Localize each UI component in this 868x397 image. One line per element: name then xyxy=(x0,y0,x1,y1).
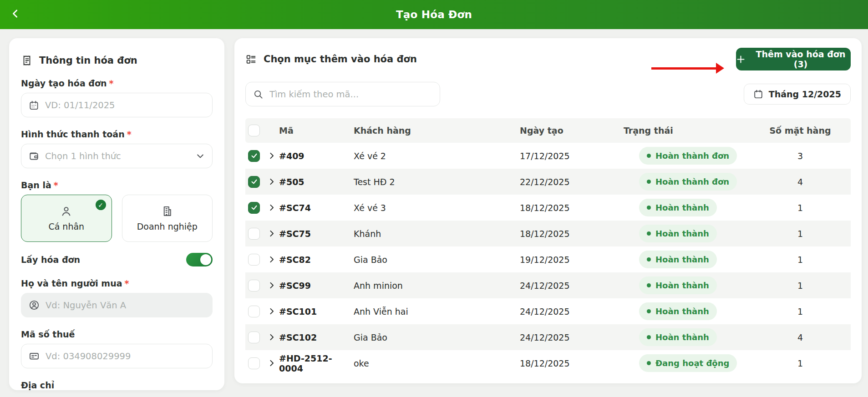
row-checkbox[interactable] xyxy=(248,357,260,369)
calendar-icon xyxy=(753,89,763,99)
invoice-info-panel: Thông tin hóa đơn Ngày tạo hóa đơn* Hình… xyxy=(9,38,224,390)
row-items-count: 1 xyxy=(749,358,851,368)
row-date: 24/12/2025 xyxy=(520,281,624,291)
table-row[interactable]: #SC102 Gia Bảo 24/12/2025 Hoàn thành 4 xyxy=(245,324,851,350)
status-badge-label: Hoàn thành đơn xyxy=(655,151,729,161)
add-to-invoice-button-label: Thêm vào hóa đơn (3) xyxy=(751,49,851,69)
chevron-right-icon xyxy=(268,230,275,237)
row-customer: Gia Bảo xyxy=(354,255,520,265)
invoice-date-input[interactable] xyxy=(45,100,205,111)
chevron-right-icon xyxy=(268,307,275,315)
row-date: 22/12/2025 xyxy=(520,177,624,187)
expand-row-button[interactable] xyxy=(264,281,279,289)
required-asterisk: * xyxy=(127,129,132,139)
status-badge: Hoàn thành xyxy=(639,276,717,294)
row-code: #505 xyxy=(279,177,354,187)
table-body: #409 Xé vé 2 17/12/2025 Hoàn thành đơn 3… xyxy=(245,143,851,376)
status-badge: Hoàn thành đơn xyxy=(639,173,737,191)
option-business[interactable]: ✓ Doanh nghiệp xyxy=(122,195,213,242)
calendar-icon xyxy=(29,100,39,111)
expand-row-button[interactable] xyxy=(264,307,279,315)
col-header-customer: Khách hàng xyxy=(354,126,520,136)
row-checkbox[interactable] xyxy=(248,202,260,214)
chevron-right-icon xyxy=(268,333,275,341)
status-badge: Hoàn thành xyxy=(639,328,717,346)
row-items-count: 1 xyxy=(749,281,851,291)
search-input[interactable] xyxy=(269,89,432,100)
payment-method-select[interactable]: Chọn 1 hình thức xyxy=(21,144,213,168)
tax-code-field-group: Mã số thuế* xyxy=(21,329,213,368)
status-badge: Hoàn thành xyxy=(639,199,717,216)
expand-row-button[interactable] xyxy=(264,152,279,160)
row-customer: Khánh xyxy=(354,229,520,239)
row-checkbox[interactable] xyxy=(248,280,260,291)
month-filter-button[interactable]: Tháng 12/2025 xyxy=(744,84,851,105)
table-row[interactable]: #SC99 Anh minion 24/12/2025 Hoàn thành 1 xyxy=(245,272,851,298)
row-date: 17/12/2025 xyxy=(520,151,624,161)
row-checkbox[interactable] xyxy=(248,254,260,266)
row-code: #SC82 xyxy=(279,255,354,265)
row-code: #SC101 xyxy=(279,307,354,317)
buyer-name-input-box[interactable] xyxy=(21,293,213,317)
table-row[interactable]: #409 Xé vé 2 17/12/2025 Hoàn thành đơn 3 xyxy=(245,143,851,169)
table-row[interactable]: #HD-2512-0004 oke 18/12/2025 Đang hoạt đ… xyxy=(245,350,851,376)
chevron-right-icon xyxy=(268,152,275,160)
status-badge-label: Hoàn thành xyxy=(655,255,709,264)
required-asterisk: * xyxy=(124,278,129,288)
chevron-down-icon xyxy=(196,151,205,161)
row-date: 24/12/2025 xyxy=(520,307,624,317)
row-code: #409 xyxy=(279,151,354,161)
wallet-icon xyxy=(29,151,39,161)
payment-method-field-group: Hình thức thanh toán* Chọn 1 hình thức xyxy=(21,129,213,168)
row-items-count: 1 xyxy=(749,229,851,239)
buyer-name-input[interactable] xyxy=(46,300,205,311)
back-button[interactable] xyxy=(7,6,24,23)
expand-row-button[interactable] xyxy=(264,256,279,263)
row-checkbox[interactable] xyxy=(248,150,260,162)
expand-row-button[interactable] xyxy=(264,230,279,237)
tax-code-input-box[interactable] xyxy=(21,344,213,368)
select-all-checkbox[interactable] xyxy=(248,125,260,136)
search-box[interactable] xyxy=(245,82,440,106)
row-date: 18/12/2025 xyxy=(520,229,624,239)
take-invoice-toggle[interactable] xyxy=(186,253,213,266)
status-badge: Hoàn thành xyxy=(639,302,717,320)
payment-method-label: Hình thức thanh toán xyxy=(21,129,125,139)
row-items-count: 1 xyxy=(749,203,851,213)
table-row[interactable]: #SC101 Anh Viễn hai 24/12/2025 Hoàn thàn… xyxy=(245,298,851,324)
row-checkbox[interactable] xyxy=(248,228,260,240)
row-date: 19/12/2025 xyxy=(520,255,624,265)
row-checkbox[interactable] xyxy=(248,332,260,343)
table-row[interactable]: #SC82 Gia Bảo 19/12/2025 Hoàn thành 1 xyxy=(245,246,851,272)
chevron-right-icon xyxy=(268,359,275,367)
id-card-icon xyxy=(29,351,40,362)
person-circle-icon xyxy=(29,300,40,311)
select-items-panel: Chọn mục thêm vào hóa đơn Thêm vào hóa đ… xyxy=(234,38,862,383)
status-badge: Hoàn thành xyxy=(639,225,717,242)
status-badge-label: Hoàn thành xyxy=(655,332,709,342)
table-row[interactable]: #505 Test HĐ 2 22/12/2025 Hoàn thành đơn… xyxy=(245,169,851,195)
status-badge-label: Đang hoạt động xyxy=(655,358,729,368)
chevron-right-icon xyxy=(268,256,275,263)
chevron-right-icon xyxy=(268,204,275,211)
row-items-count: 4 xyxy=(749,332,851,342)
expand-row-button[interactable] xyxy=(264,178,279,186)
option-personal[interactable]: ✓ Cá nhân xyxy=(21,195,112,242)
required-asterisk: * xyxy=(54,180,58,190)
annotation-arrow xyxy=(651,63,724,74)
status-badge: Hoàn thành đơn xyxy=(639,147,737,165)
add-to-invoice-button[interactable]: Thêm vào hóa đơn (3) xyxy=(736,48,851,70)
row-customer: Xé vé 2 xyxy=(354,151,520,161)
take-invoice-row: Lấy hóa đơn xyxy=(21,253,213,266)
expand-row-button[interactable] xyxy=(264,359,279,367)
tax-code-input[interactable] xyxy=(46,351,205,362)
expand-row-button[interactable] xyxy=(264,204,279,211)
invoice-date-input-box[interactable] xyxy=(21,93,213,117)
table-row[interactable]: #SC75 Khánh 18/12/2025 Hoàn thành 1 xyxy=(245,221,851,246)
chevron-right-icon xyxy=(268,281,275,289)
expand-row-button[interactable] xyxy=(264,333,279,341)
table-row[interactable]: #SC74 Xé vé 3 18/12/2025 Hoàn thành 1 xyxy=(245,195,851,221)
row-checkbox[interactable] xyxy=(248,306,260,317)
row-checkbox[interactable] xyxy=(248,176,260,188)
row-items-count: 3 xyxy=(749,151,851,161)
